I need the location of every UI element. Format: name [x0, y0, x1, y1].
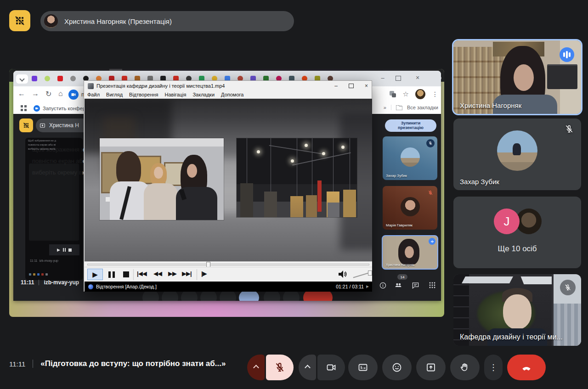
tab-favicon[interactable]	[70, 76, 76, 81]
preview-text: виберіть окрему вкла	[28, 147, 80, 150]
stop-button[interactable]	[123, 271, 129, 277]
browser-menu-icon[interactable]: ⋮	[432, 90, 438, 98]
shared-screen-tile[interactable]: – × ← → ↻ ⌂ m ☆ ⋮	[9, 69, 444, 317]
mic-off-icon	[426, 189, 435, 197]
browser-maximize-button[interactable]	[396, 76, 401, 81]
bookmarks-overflow-icon[interactable]: »	[384, 105, 386, 110]
meeting-title: «Підготовка до вступу: що потрібно знати…	[40, 359, 226, 368]
mic-off-icon	[274, 362, 285, 373]
activities-grid-icon[interactable]	[428, 281, 436, 289]
more-options-button[interactable]: ⋮	[484, 355, 503, 380]
menu-item[interactable]: Допомога	[221, 92, 243, 97]
player-minimize-button[interactable]: –	[334, 83, 338, 89]
play-button[interactable]: ▶	[87, 269, 103, 280]
back-icon[interactable]: ←	[18, 90, 25, 98]
end-call-button[interactable]	[507, 355, 546, 380]
stop-presenting-button[interactable]: Зупинити презентацію	[385, 119, 436, 132]
apps-grid-icon[interactable]	[21, 105, 27, 111]
video-photo-gallery-hall	[237, 138, 357, 217]
playback-timecode: 01:21 / 03:11	[336, 284, 364, 289]
mic-toggle-button-muted[interactable]	[266, 355, 294, 380]
stop-icon	[68, 248, 72, 252]
present-button[interactable]	[416, 355, 446, 380]
people-icon[interactable]	[394, 281, 402, 289]
preview-player-controls: ▶	[49, 244, 79, 255]
fast-forward-button[interactable]: ▶▶	[168, 270, 176, 277]
preview-window	[29, 163, 79, 241]
inner-participant-tile[interactable]: Марія Гавриляк	[383, 186, 437, 230]
inner-participant-tile[interactable]: Захар Зубик	[383, 136, 437, 180]
reactions-button[interactable]	[382, 355, 412, 380]
player-close-button[interactable]: ×	[365, 83, 368, 89]
player-maximize-button[interactable]	[349, 84, 354, 88]
inner-presentation-off-button[interactable]	[19, 118, 33, 132]
raise-hand-button[interactable]	[450, 355, 480, 380]
browser-minimize-button[interactable]: –	[379, 74, 386, 81]
menu-item[interactable]: Відтворення	[129, 92, 158, 97]
divider	[33, 360, 33, 368]
dialpad-off-icon	[14, 15, 26, 27]
menu-item[interactable]: Навігація	[165, 92, 187, 97]
info-icon[interactable]	[379, 281, 387, 289]
player-control-bar: ▶ |◀◀ ◀◀ ▶▶ ▶▶| |▶	[85, 267, 372, 282]
camera-toggle-button[interactable]	[317, 355, 345, 380]
media-player-window[interactable]: Презентація кафедри дизайну і теорії мис…	[84, 80, 372, 292]
end-call-icon	[520, 361, 532, 373]
seek-track[interactable]	[87, 264, 369, 265]
menu-item[interactable]: Файл	[87, 92, 100, 97]
menu-item[interactable]: Закладки	[192, 92, 215, 97]
volume-icon[interactable]	[338, 270, 348, 279]
menu-item[interactable]: Вигляд	[106, 92, 123, 97]
browser-close-button[interactable]: ×	[414, 74, 421, 81]
reload-icon[interactable]: ↻	[45, 90, 51, 98]
meeting-info: 11:11 «Підготовка до вступу: що потрібно…	[9, 359, 226, 368]
preview-text: Щоб зображення не д	[28, 139, 80, 142]
captions-button[interactable]	[348, 355, 378, 380]
participant-avatar	[497, 130, 537, 171]
chat-icon[interactable]	[411, 281, 419, 289]
all-bookmarks-label[interactable]: Все закладки	[407, 105, 438, 110]
bookmark-star-icon[interactable]: ☆	[403, 90, 409, 98]
preview-taskbar	[29, 273, 79, 276]
forward-icon[interactable]: →	[32, 90, 39, 98]
player-title-bar[interactable]: Презентація кафедри дизайну і теорії мис…	[84, 81, 372, 91]
participant-name: Захар Зубик	[386, 174, 407, 178]
divider	[197, 269, 197, 280]
volume-slider[interactable]	[353, 272, 370, 278]
skip-end-button[interactable]: ▶▶|	[182, 270, 192, 277]
video-photo-gallery-visitors	[100, 138, 224, 220]
people-count-badge: 14	[397, 274, 407, 280]
profile-avatar[interactable]	[415, 89, 425, 99]
captions-icon	[357, 362, 368, 373]
player-menu-bar: Файл Вигляд Відтворення Навігація Заклад…	[84, 91, 372, 99]
playback-state-icon	[88, 284, 93, 289]
overflow-participants-tile[interactable]: J Ще 10 осіб	[453, 197, 581, 268]
inner-meeting-info: 11:11 izb-mvay-yup	[21, 279, 79, 286]
volume-thumb[interactable]	[368, 271, 372, 276]
speaking-indicator-icon	[429, 238, 435, 245]
step-button[interactable]: |▶	[201, 270, 207, 277]
rewind-button[interactable]: ◀◀	[153, 270, 162, 277]
tab-search-button[interactable]	[16, 74, 28, 84]
inner-self-tile[interactable]: Христина Нагорняк	[382, 235, 438, 270]
overflow-count-label: Ще 10 осіб	[453, 244, 581, 254]
play-icon: ▶	[57, 248, 60, 252]
meet-window: Христина Нагорняк (Презентація)	[0, 0, 588, 389]
participant-name: Христина Нагорняк	[460, 101, 577, 109]
translate-icon[interactable]	[389, 90, 396, 98]
participant-tile[interactable]: Кафедра дизайну і теорії ми...	[453, 274, 581, 346]
presenter-chip[interactable]: Христина Нагорняк (Презентація)	[40, 11, 294, 31]
tab-favicon[interactable]	[57, 76, 63, 81]
participant-tile-speaking[interactable]: Христина Нагорняк	[452, 39, 582, 115]
video-viewport[interactable]	[85, 99, 372, 261]
home-icon[interactable]: ⌂	[58, 90, 63, 98]
tab-favicon[interactable]	[45, 76, 50, 81]
pause-button[interactable]	[108, 271, 115, 278]
skip-start-button[interactable]: |◀◀	[137, 270, 147, 277]
emoji-icon	[391, 362, 402, 373]
tab-favicon[interactable]	[32, 76, 37, 81]
preview-text: повністю екран або ві	[28, 143, 80, 146]
presentation-off-button[interactable]	[9, 10, 30, 31]
participant-tile[interactable]: Захар Зубик	[453, 118, 581, 190]
player-app-icon	[88, 83, 94, 89]
